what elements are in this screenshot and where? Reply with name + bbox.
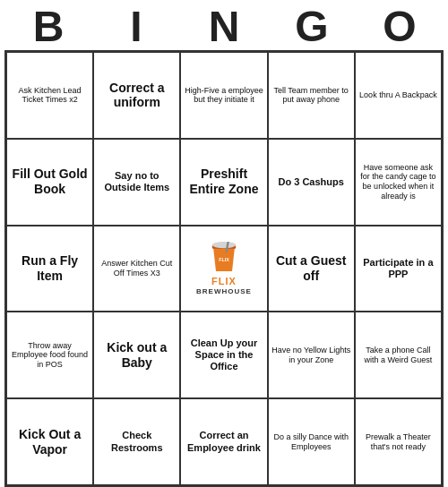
bingo-cell-4: Look thru A Backpack: [355, 52, 442, 139]
cell-text-18: Have no Yellow Lights in your Zone: [271, 346, 351, 365]
bingo-cell-2: High-Five a employee but they initiate i…: [180, 52, 267, 139]
cell-text-9: Have someone ask for the candy cage to b…: [358, 163, 438, 201]
flix-text: FLIX: [211, 276, 237, 287]
cell-text-19: Take a phone Call with a Weird Guest: [358, 346, 438, 365]
cell-text-23: Do a silly Dance with Employees: [271, 432, 351, 452]
bingo-cell-9: Have someone ask for the candy cage to b…: [355, 139, 442, 226]
bingo-cell-11: Answer Kitchen Cut Off Times X3: [93, 226, 180, 312]
svg-text:FLIX: FLIX: [219, 256, 229, 261]
cell-text-22: Correct an Employee drink: [184, 430, 263, 453]
bingo-grid: Ask Kitchen Lead Ticket Times x2Correct …: [4, 50, 444, 487]
bingo-cell-20: Kick Out a Vapor: [6, 398, 93, 485]
svg-point-2: [212, 242, 236, 248]
bingo-cell-16: Kick out a Baby: [93, 312, 180, 398]
cell-text-13: Cut a Guest off: [271, 253, 351, 284]
bingo-cell-6: Say no to Outside Items: [93, 139, 180, 226]
cell-text-1: Correct a uniform: [97, 81, 177, 111]
cell-text-3: Tell Team member to put away phone: [271, 86, 351, 106]
bingo-cell-24: Prewalk a Theater that's not ready: [355, 398, 442, 485]
bingo-letter-g: G: [272, 5, 351, 48]
cell-text-2: High-Five a employee but they initiate i…: [184, 86, 263, 106]
bingo-cell-12: FLIX FLIX BREWHOUSE: [180, 226, 267, 312]
cell-text-21: Check Restrooms: [97, 430, 177, 453]
bingo-cell-22: Correct an Employee drink: [180, 398, 267, 485]
bingo-cell-13: Cut a Guest off: [268, 226, 355, 312]
bingo-cell-7: Preshift Entire Zone: [180, 139, 267, 226]
cell-text-5: Fill Out Gold Book: [10, 167, 90, 197]
cell-text-0: Ask Kitchen Lead Ticket Times x2: [10, 86, 90, 106]
bingo-cell-18: Have no Yellow Lights in your Zone: [268, 312, 355, 398]
cell-text-14: Participate in a PPP: [358, 257, 438, 280]
bingo-letter-o: O: [360, 5, 439, 48]
bingo-cell-3: Tell Team member to put away phone: [268, 52, 355, 139]
cell-text-24: Prewalk a Theater that's not ready: [358, 432, 438, 452]
cell-text-8: Do 3 Cashups: [279, 176, 344, 188]
bingo-cell-5: Fill Out Gold Book: [6, 139, 93, 226]
cell-text-10: Run a Fly Item: [10, 253, 90, 284]
bingo-cell-0: Ask Kitchen Lead Ticket Times x2: [6, 52, 93, 139]
cell-text-17: Clean Up your Space in the Office: [184, 337, 263, 373]
cell-text-15: Throw away Employee food found in POS: [10, 341, 90, 370]
bingo-cell-1: Correct a uniform: [93, 52, 180, 139]
flix-logo: FLIX FLIX BREWHOUSE: [196, 242, 252, 296]
bingo-header: BINGO: [4, 0, 444, 50]
cell-text-11: Answer Kitchen Cut Off Times X3: [97, 259, 177, 278]
bingo-cell-14: Participate in a PPP: [355, 226, 442, 312]
bingo-cell-23: Do a silly Dance with Employees: [268, 398, 355, 485]
bingo-cell-15: Throw away Employee food found in POS: [6, 312, 93, 398]
cell-text-16: Kick out a Baby: [97, 340, 177, 371]
brewhouse-text: BREWHOUSE: [196, 287, 252, 296]
bingo-cell-17: Clean Up your Space in the Office: [180, 312, 267, 398]
cell-text-20: Kick Out a Vapor: [10, 427, 90, 457]
bingo-letter-b: B: [9, 5, 88, 48]
cell-text-7: Preshift Entire Zone: [184, 167, 263, 197]
cell-text-4: Look thru A Backpack: [359, 90, 437, 100]
bingo-cell-8: Do 3 Cashups: [268, 139, 355, 226]
cell-text-6: Say no to Outside Items: [97, 170, 177, 193]
bingo-letter-n: N: [185, 5, 263, 48]
bingo-cell-21: Check Restrooms: [93, 398, 180, 485]
bingo-cell-19: Take a phone Call with a Weird Guest: [355, 312, 442, 398]
bingo-letter-i: I: [97, 5, 176, 48]
bingo-cell-10: Run a Fly Item: [6, 226, 93, 312]
